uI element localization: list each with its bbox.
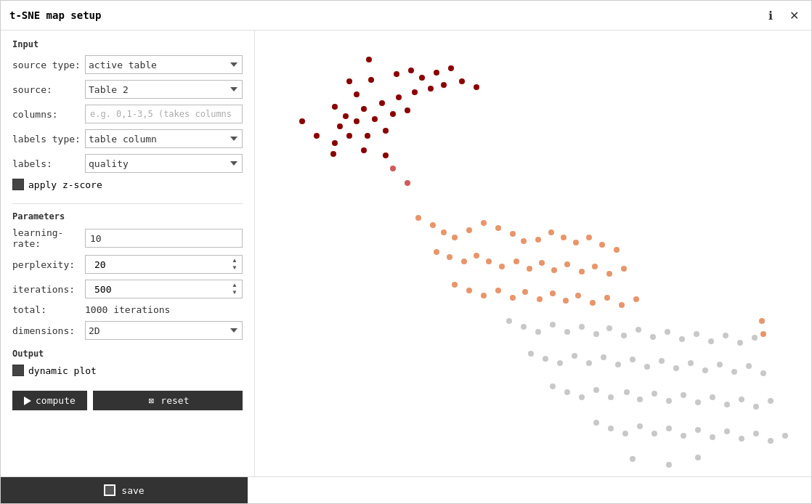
labels-type-label: labels type: [12, 134, 85, 145]
reset-label: reset [161, 395, 189, 406]
iterations-input[interactable] [90, 284, 223, 295]
save-label: save [121, 485, 144, 496]
iterations-up[interactable]: ▲ [232, 282, 237, 289]
labels-type-select[interactable]: table column none custom [85, 129, 243, 148]
iterations-label: iterations: [12, 284, 85, 295]
perplexity-spinner: ▲ ▼ [85, 255, 243, 274]
save-icon [104, 484, 115, 496]
columns-input-placeholder: e.g. 0,1-3,5 (takes columns [85, 105, 243, 123]
perplexity-up[interactable]: ▲ [232, 257, 237, 264]
scatter-canvas [255, 31, 811, 476]
labels-type-row: labels type: table column none custom [12, 129, 243, 148]
apply-zscore-checkbox[interactable] [12, 179, 24, 190]
input-section-label: Input [12, 39, 243, 49]
left-panel: Input source type: active table custom s… [1, 31, 255, 476]
parameters-section-label: Parameters [12, 211, 243, 221]
header-icons: ℹ ✕ [762, 7, 803, 24]
dialog-title: t-SNE map setup [9, 9, 101, 21]
dialog-body: Input source type: active table custom s… [1, 31, 811, 476]
dialog: t-SNE map setup ℹ ✕ Input source type: a… [0, 0, 812, 504]
save-button[interactable]: save [1, 477, 248, 503]
perplexity-input[interactable] [90, 259, 223, 270]
learning-rate-label: learning-rate: [12, 227, 85, 249]
dimensions-label: dimensions: [12, 325, 85, 336]
dynamic-plot-label: dynamic plot [28, 365, 97, 376]
labels-row: labels: quality color type [12, 154, 243, 173]
perplexity-label: perplexity: [12, 259, 85, 270]
columns-placeholder-text: e.g. 0,1-3,5 (takes columns [90, 109, 232, 119]
reset-button[interactable]: ⊠ reset [93, 391, 243, 410]
output-section-label: Output [12, 349, 243, 359]
close-button[interactable]: ✕ [785, 7, 803, 24]
info-icon: ℹ [768, 9, 773, 23]
iterations-arrows: ▲ ▼ [232, 280, 237, 298]
dynamic-plot-checkbox[interactable] [12, 365, 24, 376]
iterations-down[interactable]: ▼ [232, 289, 237, 296]
source-row: source: Table 1 Table 2 Table 3 [12, 80, 243, 99]
columns-label: columns: [12, 109, 85, 120]
dialog-header: t-SNE map setup ℹ ✕ [1, 1, 811, 31]
total-label: total: [12, 304, 85, 315]
total-row: total: 1000 iterations [12, 304, 243, 315]
info-button[interactable]: ℹ [762, 7, 779, 24]
apply-zscore-row: apply z-score [12, 179, 243, 190]
action-buttons: compute ⊠ reset [12, 391, 243, 410]
compute-button[interactable]: compute [12, 391, 87, 410]
source-type-label: source type: [12, 60, 85, 70]
iterations-row: iterations: ▲ ▼ [12, 280, 243, 298]
learning-rate-input[interactable] [85, 229, 243, 248]
scatter-plot-panel [255, 31, 811, 476]
separator-1 [12, 203, 243, 204]
source-type-select[interactable]: active table custom [85, 55, 243, 74]
dynamic-plot-row: dynamic plot [12, 365, 243, 376]
reset-icon: ⊠ [146, 396, 156, 406]
total-value: 1000 iterations [85, 304, 170, 315]
labels-label: labels: [12, 158, 85, 169]
close-icon: ✕ [789, 9, 799, 23]
dimensions-select[interactable]: 2D 3D [85, 321, 243, 340]
compute-label: compute [36, 395, 76, 406]
source-select[interactable]: Table 1 Table 2 Table 3 [85, 80, 243, 99]
dialog-footer: save [1, 476, 811, 503]
columns-row: columns: e.g. 0,1-3,5 (takes columns [12, 105, 243, 123]
perplexity-down[interactable]: ▼ [232, 264, 237, 272]
perplexity-arrows: ▲ ▼ [232, 256, 237, 273]
iterations-spinner: ▲ ▼ [85, 280, 243, 298]
learning-rate-row: learning-rate: [12, 227, 243, 249]
source-label: source: [12, 84, 85, 95]
dimensions-row: dimensions: 2D 3D [12, 321, 243, 340]
play-icon [24, 397, 31, 405]
labels-select[interactable]: quality color type [85, 154, 243, 173]
apply-zscore-label: apply z-score [28, 179, 102, 190]
perplexity-row: perplexity: ▲ ▼ [12, 255, 243, 274]
output-section: Output dynamic plot [12, 349, 243, 382]
source-type-row: source type: active table custom [12, 55, 243, 74]
